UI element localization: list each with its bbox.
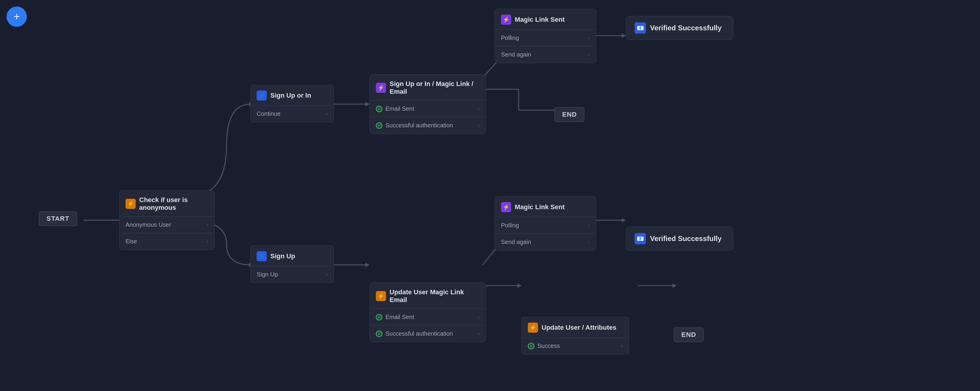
verified-mid-icon: 📧 [635, 233, 646, 244]
sign-up-icon: 👤 [257, 90, 267, 101]
successful-auth-row-top[interactable]: ✓ Successful authentication › [370, 117, 485, 134]
magic-link-sent-mid-card[interactable]: ⚡ Magic Link Sent Polling › Send again › [495, 196, 596, 250]
email-sent-row-top[interactable]: ✓ Email Sent › [370, 101, 485, 117]
magic-link-icon: ⚡ [376, 83, 386, 93]
svg-marker-13 [622, 218, 626, 222]
polling-row-mid[interactable]: Polling › [495, 217, 596, 234]
arrow-icon: › [621, 343, 623, 349]
end-top-node: END [554, 107, 584, 122]
svg-marker-10 [366, 263, 369, 267]
email-sent-row-bottom[interactable]: ✓ Email Sent › [370, 309, 485, 326]
verified-top-icon: 📧 [635, 22, 646, 33]
polling-row-top[interactable]: Polling › [495, 30, 596, 46]
arrow-icon: › [478, 122, 480, 128]
check-icon: ✓ [376, 331, 382, 337]
arrow-icon: › [326, 271, 328, 278]
send-again-row-top[interactable]: Send again › [495, 46, 596, 63]
arrow-icon: › [478, 331, 480, 337]
check-row-anonymous[interactable]: Anonymous User › [119, 217, 214, 233]
verified-mid-card[interactable]: 📧 Verified Successfully [626, 227, 733, 250]
arrow-icon: › [478, 314, 480, 320]
end-bottom-node: END [674, 327, 704, 342]
check-row-else[interactable]: Else › [119, 233, 214, 250]
sign-up-or-in-top-card[interactable]: 👤 Sign Up or In Continue › [250, 85, 334, 122]
sign-up-row[interactable]: Sign Up › [251, 266, 334, 283]
success-row[interactable]: ✓ Success › [522, 338, 628, 354]
sign-up-bottom-icon: 👤 [257, 251, 267, 261]
check-node[interactable]: ⚡ Check if user is anonymous Anonymous U… [119, 190, 215, 250]
svg-marker-5 [366, 102, 369, 106]
svg-marker-15 [517, 283, 522, 288]
arrow-icon: › [207, 222, 208, 228]
flow-canvas: + START ⚡ Check if user is anonymous Ano… [0, 0, 980, 391]
send-again-row-mid[interactable]: Send again › [495, 234, 596, 250]
update-user-magic-link-email-card[interactable]: ⚡ Update User Magic Link Email ✓ Email S… [369, 283, 486, 342]
arrow-icon: › [588, 35, 590, 41]
arrow-icon: › [207, 238, 208, 245]
arrow-icon: › [478, 106, 480, 112]
svg-marker-8 [622, 33, 626, 38]
arrow-icon: › [588, 51, 590, 58]
add-button[interactable]: + [6, 6, 27, 27]
magic-link-sent-top-card[interactable]: ⚡ Magic Link Sent Polling › Send again › [495, 9, 596, 63]
arrow-icon: › [588, 239, 590, 245]
update-attr-icon: ⚡ [528, 323, 538, 333]
update-user-attributes-card[interactable]: ⚡ Update User / Attributes ✓ Success › [522, 317, 629, 355]
plus-icon: + [13, 10, 20, 23]
arrow-icon: › [326, 111, 328, 117]
check-icon: ✓ [376, 122, 382, 129]
svg-marker-17 [672, 283, 676, 288]
start-node: START [39, 211, 77, 226]
magic-link-mid-icon: ⚡ [501, 202, 511, 212]
magic-link-top-icon: ⚡ [501, 14, 511, 25]
update-user-icon: ⚡ [376, 291, 386, 301]
successful-auth-row-bottom[interactable]: ✓ Successful authentication › [370, 326, 485, 342]
check-icon: ✓ [376, 314, 382, 320]
check-icon: ⚡ [126, 199, 135, 209]
check-icon: ✓ [376, 106, 382, 112]
verified-top-card[interactable]: 📧 Verified Successfully [626, 16, 733, 40]
check-icon: ✓ [528, 343, 535, 349]
continue-row[interactable]: Continue › [251, 106, 334, 122]
sign-up-magic-link-email-card[interactable]: ⚡ Sign Up or In / Magic Link / Email ✓ E… [369, 74, 486, 134]
check-node-title: Check if user is anonymous [139, 196, 208, 212]
arrow-icon: › [588, 222, 590, 228]
sign-up-bottom-card[interactable]: 👤 Sign Up Sign Up › [250, 245, 334, 283]
